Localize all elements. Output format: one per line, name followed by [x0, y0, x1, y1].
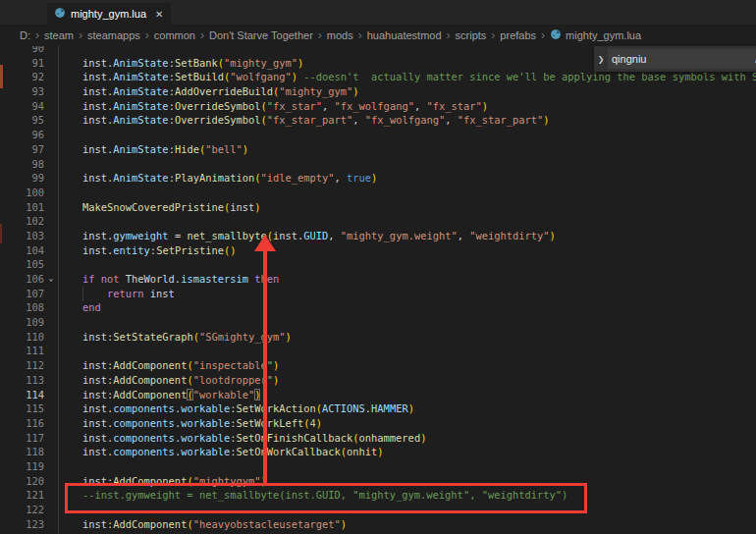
- code-line[interactable]: 104 inst.entity:SetPristine(): [0, 243, 756, 258]
- tab-label: mighty_gym.lua: [71, 8, 146, 20]
- code-line[interactable]: 117 inst.components.workable:SetOnFinish…: [0, 431, 756, 446]
- code-area[interactable]: 9091 inst.AnimState:SetBank("mighty_gym"…: [0, 41, 756, 534]
- breadcrumb-item[interactable]: D:: [20, 29, 30, 41]
- code-line[interactable]: 109: [0, 315, 756, 330]
- line-number[interactable]: 109: [0, 315, 44, 330]
- code-line[interactable]: 113 inst:AddComponent("lootdropper"): [0, 373, 756, 388]
- code-line[interactable]: 108 end: [0, 300, 756, 315]
- breadcrumb-item[interactable]: scripts: [456, 29, 487, 41]
- code-line[interactable]: 107 return inst: [0, 287, 756, 301]
- line-number[interactable]: 101: [0, 200, 44, 215]
- line-number[interactable]: 122: [0, 503, 44, 517]
- line-number[interactable]: 108: [0, 300, 44, 315]
- line-number[interactable]: 118: [0, 445, 44, 459]
- annotation-arrow-head: [254, 235, 276, 251]
- breadcrumb-separator-icon: ›: [200, 28, 204, 42]
- breadcrumb-separator-icon: ›: [447, 28, 451, 42]
- line-number[interactable]: 105: [0, 257, 44, 272]
- line-number[interactable]: 113: [0, 373, 44, 388]
- line-number[interactable]: 104: [0, 243, 44, 258]
- line-number[interactable]: 123: [0, 517, 44, 532]
- line-number[interactable]: 106: [0, 272, 44, 287]
- fold-gutter: [44, 257, 58, 272]
- breadcrumb-item[interactable]: mighty_gym.lua: [550, 28, 641, 42]
- tab-mighty-gym[interactable]: mighty_gym.lua ✕: [47, 3, 171, 25]
- code-line[interactable]: 92 inst.AnimState:SetBuild("wolfgang") -…: [0, 70, 756, 84]
- line-number[interactable]: 96: [0, 128, 44, 142]
- line-number[interactable]: 121: [0, 488, 44, 503]
- line-number[interactable]: 102: [0, 214, 44, 229]
- breadcrumb-item-label: steam: [44, 29, 74, 41]
- chevron-right-icon[interactable]: ❯: [594, 46, 608, 72]
- code-line[interactable]: 96: [0, 128, 756, 142]
- fold-gutter: [44, 171, 58, 186]
- code-line[interactable]: 94 inst.AnimState:OverrideSymbol("fx_sta…: [0, 99, 756, 114]
- code-line[interactable]: 101 MakeSnowCoveredPristine(inst): [0, 200, 756, 215]
- line-number[interactable]: 92: [0, 70, 44, 84]
- code-line[interactable]: 106⌄ if not TheWorld.ismastersim then: [0, 272, 756, 287]
- fold-gutter: [44, 416, 58, 431]
- code-text: inst.AnimState:SetBuild("wolfgang") --do…: [58, 70, 756, 84]
- line-number[interactable]: 103: [0, 229, 44, 243]
- line-number[interactable]: 111: [0, 344, 44, 358]
- code-text: inst.components.workable:SetOnWorkCallba…: [58, 445, 384, 459]
- code-text: inst.AnimState:OverrideSymbol("fx_star",…: [58, 99, 488, 114]
- fold-gutter: [44, 474, 58, 489]
- fold-gutter: [44, 358, 58, 373]
- code-line[interactable]: 123 inst:AddComponent("heavyobstacleuset…: [0, 517, 756, 532]
- code-text: return inst: [58, 287, 175, 301]
- code-line[interactable]: 116 inst.components.workable:SetWorkLeft…: [0, 416, 756, 431]
- close-icon[interactable]: ✕: [155, 9, 163, 20]
- code-line[interactable]: 100: [0, 186, 756, 200]
- line-number[interactable]: 97: [0, 142, 44, 157]
- code-line[interactable]: 118 inst.components.workable:SetOnWorkCa…: [0, 445, 756, 459]
- code-line[interactable]: 102: [0, 214, 756, 229]
- code-line[interactable]: 95 inst.AnimState:OverrideSymbol("fx_sta…: [0, 113, 756, 128]
- code-line[interactable]: 112 inst:AddComponent("inspectable"): [0, 358, 756, 373]
- code-line[interactable]: 99 inst.AnimState:PlayAnimation("idle_em…: [0, 171, 756, 186]
- line-number[interactable]: 120: [0, 474, 44, 489]
- line-number[interactable]: 94: [0, 99, 44, 114]
- code-line[interactable]: 119: [0, 459, 756, 474]
- line-number[interactable]: 115: [0, 401, 44, 416]
- line-number[interactable]: 98: [0, 157, 44, 172]
- line-number[interactable]: 91: [0, 56, 44, 71]
- line-number[interactable]: 114: [0, 388, 44, 402]
- code-line[interactable]: 114 inst:AddComponent("workable"): [0, 388, 756, 402]
- line-number[interactable]: 119: [0, 459, 44, 474]
- breadcrumb-separator-icon: ›: [318, 28, 322, 42]
- line-number[interactable]: 117: [0, 431, 44, 446]
- line-number[interactable]: 110: [0, 330, 44, 345]
- code-line[interactable]: 103 inst.gymweight = net_smallbyte(inst.…: [0, 229, 756, 243]
- code-line[interactable]: 93 inst.AnimState:AddOverrideBuild("migh…: [0, 84, 756, 99]
- breadcrumb-item[interactable]: steamapps: [87, 29, 140, 41]
- code-line[interactable]: 98: [0, 157, 756, 172]
- indent-guide: [58, 46, 59, 534]
- breadcrumb-item[interactable]: mods: [327, 29, 353, 41]
- code-line[interactable]: 105: [0, 257, 756, 272]
- breadcrumb-item[interactable]: steam: [44, 29, 74, 41]
- code-text: inst.components.workable:SetWorkLeft(4): [58, 416, 322, 431]
- breadcrumb-item[interactable]: common: [154, 29, 195, 41]
- fold-gutter: [44, 157, 58, 172]
- line-number[interactable]: 107: [0, 287, 44, 301]
- line-number[interactable]: 95: [0, 113, 44, 128]
- breadcrumb-item[interactable]: huahuatestmod: [367, 29, 442, 41]
- line-number[interactable]: 99: [0, 171, 44, 186]
- code-text: inst.gymweight = net_smallbyte(inst.GUID…: [58, 229, 556, 243]
- code-line[interactable]: 110 inst:SetStateGraph("SGmighty_gym"): [0, 330, 756, 345]
- line-number[interactable]: 93: [0, 84, 44, 99]
- line-number[interactable]: 112: [0, 358, 44, 373]
- code-text: inst:AddComponent("inspectable"): [58, 358, 279, 373]
- breadcrumb-item[interactable]: Don't Starve Together: [209, 29, 313, 41]
- line-number[interactable]: 116: [0, 416, 44, 431]
- breadcrumb-item[interactable]: prefabs: [500, 29, 536, 41]
- code-line[interactable]: 97 inst.AnimState:Hide("bell"): [0, 142, 756, 157]
- fold-chevron-icon[interactable]: ⌄: [44, 272, 58, 287]
- code-text: end: [58, 300, 101, 315]
- find-input[interactable]: [608, 53, 755, 65]
- code-line[interactable]: 111: [0, 344, 756, 358]
- line-number[interactable]: 100: [0, 186, 44, 200]
- code-line[interactable]: 115 inst.components.workable:SetWorkActi…: [0, 401, 756, 416]
- fold-gutter: [44, 200, 58, 215]
